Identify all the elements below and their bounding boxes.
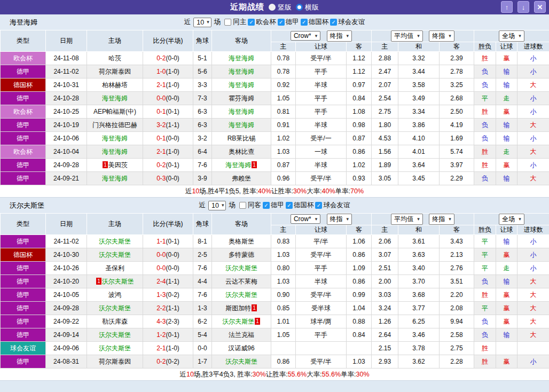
- team-label: 沃尔夫斯堡: [225, 264, 257, 272]
- col-header-corner: 角球: [193, 30, 212, 52]
- corner-cell: 5-1: [193, 52, 212, 65]
- halftime-score: (1-0): [166, 81, 179, 89]
- final-index-select[interactable]: 终指▾: [327, 30, 352, 42]
- halftime-score: (0-0): [166, 54, 179, 62]
- handicap-result-cell: 赢: [496, 52, 517, 65]
- layout-radio-horizontal[interactable]: 横版: [296, 3, 319, 12]
- table-row: 欧会杯24-11-08哈茨0-2(0-0)5-1海登海姆0.78受平/半1.12…: [1, 52, 549, 65]
- corner-cell: 6-2: [193, 315, 212, 328]
- crow-home-odds-cell: 0.96: [271, 172, 296, 185]
- away-team-cell: 汉诺威96: [212, 342, 271, 355]
- subcol-handicap: 让球: [296, 42, 347, 52]
- fulltime-score: 4-3: [156, 318, 166, 325]
- table-row: 德甲24-09-281美因茨0-2(0-1)7-6海登海姆10.87半球1.02…: [1, 159, 549, 172]
- handicap-result-cell: 输: [496, 79, 517, 92]
- league-type-cell: 德甲: [1, 262, 46, 275]
- league-checkbox[interactable]: ✓: [248, 19, 255, 26]
- same-venue-checkbox[interactable]: [224, 19, 231, 26]
- handicap-result-cell: 输: [496, 65, 517, 79]
- avg-away-odds-cell: 2.68: [440, 92, 474, 105]
- result-cell: 负: [474, 315, 496, 328]
- match-date-cell: 24-09-14: [46, 328, 87, 342]
- summary-segment: 近: [185, 187, 192, 196]
- bookmaker-select[interactable]: Crow*▾: [291, 31, 320, 41]
- goals-result-cell: 大: [517, 288, 549, 302]
- league-type-cell: 德国杯: [1, 79, 46, 92]
- score-cell: 0-3(0-0): [143, 172, 193, 185]
- crow-away-odds-cell: 1.03: [347, 355, 372, 369]
- league-checkbox[interactable]: ✓: [263, 202, 270, 209]
- corner-cell: 7-6: [193, 159, 212, 172]
- corner-cell: 3-2: [193, 132, 212, 145]
- final-index-select[interactable]: 终指▾: [429, 214, 454, 225]
- section-wolfsburg: 沃尔夫斯堡 近10▾场同客✓德甲✓德国杯✓球会友谊 类型 日期 主场 比分(半场…: [0, 198, 549, 381]
- fulltime-score: 1-0: [156, 68, 166, 75]
- away-team-cell: 奥林比查: [212, 145, 271, 159]
- corner-cell: 1-3: [193, 302, 212, 315]
- league-checkbox[interactable]: ✓: [301, 19, 308, 26]
- crow-handicap-cell: 平手: [296, 92, 347, 105]
- home-team-cell: 1沃尔夫斯堡: [87, 275, 143, 288]
- halftime-score: (0-0): [166, 264, 179, 272]
- avg-home-odds-cell: 1.89: [372, 159, 398, 172]
- fulltime-score: 2-1: [156, 148, 166, 155]
- average-select[interactable]: 平均值▾: [391, 30, 423, 42]
- same-venue-checkbox[interactable]: [239, 202, 246, 209]
- league-checkbox[interactable]: ✓: [278, 19, 285, 26]
- team-label: 海登海姆: [225, 161, 251, 169]
- scope-group-header: 全场▾: [474, 30, 549, 42]
- league-checkbox[interactable]: ✓: [315, 202, 322, 209]
- league-checkbox-label: 欧会杯: [256, 18, 276, 27]
- goals-result-cell: 小: [517, 105, 549, 119]
- subcol-away-odds: 客: [347, 225, 372, 235]
- crow-handicap-cell: 受平/半: [296, 288, 347, 302]
- league-checkbox[interactable]: ✓: [330, 19, 337, 26]
- table-row: 德甲24-10-201沃尔夫斯堡2-4(1-1)4-4云达不莱梅1.03半球0.…: [1, 275, 549, 288]
- scroll-down-button[interactable]: ↓: [517, 1, 529, 13]
- summary-segment: 10: [192, 187, 199, 195]
- col-header-score: 比分(半场): [143, 30, 193, 52]
- scope-group-header: 全场▾: [474, 214, 549, 225]
- recent-count-select[interactable]: 10▾: [208, 201, 226, 210]
- crow-handicap-cell: 平手: [296, 262, 347, 275]
- recent-count-select[interactable]: 10▾: [193, 18, 211, 27]
- league-type-cell: 德甲: [1, 159, 46, 172]
- final-index-select[interactable]: 终指▾: [327, 214, 352, 225]
- scroll-up-button[interactable]: ↑: [501, 1, 513, 13]
- games-label: 场: [214, 18, 221, 27]
- layout-radio-vertical[interactable]: 竖版: [269, 3, 292, 12]
- average-select[interactable]: 平均值▾: [391, 214, 423, 225]
- match-date-cell: 24-10-05: [46, 288, 87, 302]
- match-scope-select[interactable]: 全场▾: [499, 30, 524, 42]
- crow-away-odds-cell: 0.84: [347, 328, 372, 342]
- chevron-down-icon: ▾: [519, 217, 521, 222]
- home-team-cell: 海登海姆: [87, 132, 143, 145]
- avg-away-odds-cell: 2.39: [440, 52, 474, 65]
- section-header: 海登海姆 近10▾场同主✓欧会杯✓德甲✓德国杯✓球会友谊: [0, 14, 549, 30]
- away-team-cell: 海登海姆: [212, 119, 271, 132]
- match-scope-select[interactable]: 全场▾: [499, 214, 524, 225]
- summary-segment: 30%: [293, 187, 307, 195]
- league-checkbox[interactable]: ✓: [286, 202, 293, 209]
- table-row: 德甲24-09-28沃尔夫斯堡2-2(1-1)1-3斯图加特10.85受半球1.…: [1, 302, 549, 315]
- table-row: 德甲24-09-14沃尔夫斯堡1-2(0-1)5-4法兰克福1.05平手0.84…: [1, 328, 549, 342]
- team-label: 沃尔夫斯堡: [225, 291, 257, 299]
- avg-home-odds-cell: 3.05: [372, 172, 398, 185]
- team-label: 哈茨: [108, 54, 121, 62]
- close-button[interactable]: ✕: [534, 1, 546, 13]
- handicap-result-cell: 走: [496, 92, 517, 105]
- away-team-cell: 霍芬海姆: [212, 92, 271, 105]
- halftime-score: (0-0): [166, 251, 179, 258]
- crow-home-odds-cell: 0.90: [271, 288, 296, 302]
- goals-result-cell: [517, 342, 549, 355]
- avg-draw-odds-cell: 3.68: [398, 288, 440, 302]
- crow-handicap-cell: 半球: [296, 79, 347, 92]
- final-index-select[interactable]: 终指▾: [429, 30, 454, 42]
- halftime-score: (0-1): [166, 331, 179, 339]
- avg-home-odds-cell: 2.64: [372, 328, 398, 342]
- crow-away-odds-cell: 1.06: [347, 235, 372, 248]
- bookmaker-select[interactable]: Crow*▾: [291, 214, 320, 224]
- league-checkbox-label: 德国杯: [309, 18, 329, 27]
- match-date-cell: 24-10-25: [46, 105, 87, 119]
- result-cell: 平: [474, 302, 496, 315]
